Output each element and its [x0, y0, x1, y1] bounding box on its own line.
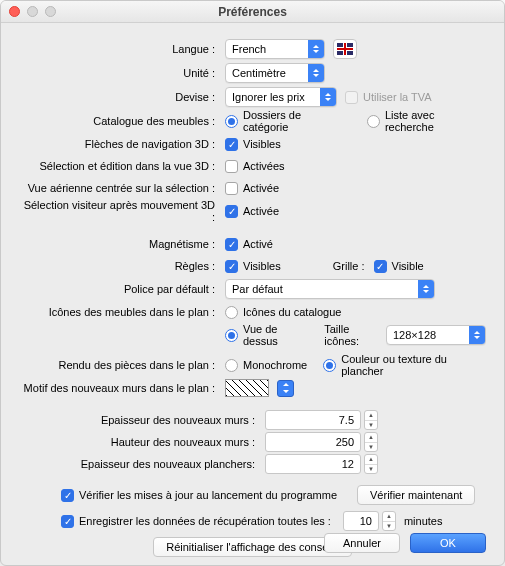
motif-more-button[interactable] — [277, 380, 294, 397]
chevron-updown-icon — [308, 64, 324, 82]
flag-icon — [337, 43, 353, 55]
svg-rect-4 — [344, 43, 346, 55]
locale-flag-button[interactable] — [333, 39, 357, 59]
selvisiteur-checkbox[interactable]: ✓ — [225, 205, 238, 218]
unite-select[interactable]: Centimètre — [225, 63, 325, 83]
selvisiteur-label: Sélection visiteur après mouvement 3D : — [19, 199, 219, 223]
regles-checkbox[interactable]: ✓ — [225, 260, 238, 273]
reset-tips-button[interactable]: Réinitialiser l'affichage des conseils — [153, 537, 352, 557]
catalogue-radio-liste[interactable] — [367, 115, 380, 128]
htmurs-input[interactable] — [265, 432, 361, 452]
seledit3d-label: Sélection et édition dans la vue 3D : — [19, 160, 219, 172]
epmurs-stepper[interactable]: ▲▼ — [364, 410, 378, 430]
iconesplan-radio-dessus[interactable] — [225, 329, 238, 342]
htmurs-label: Hauteur des nouveaux murs : — [19, 436, 259, 448]
recovery-stepper[interactable]: ▲▼ — [382, 511, 396, 531]
vueaerienne-label: Vue aérienne centrée sur la sélection : — [19, 182, 219, 194]
verify-now-button[interactable]: Vérifier maintenant — [357, 485, 475, 505]
grille-checkbox[interactable]: ✓ — [374, 260, 387, 273]
vat-label: Utiliser la TVA — [363, 91, 432, 103]
vueaerienne-checkbox[interactable] — [225, 182, 238, 195]
police-select[interactable]: Par défaut — [225, 279, 435, 299]
magnetisme-checkbox[interactable]: ✓ — [225, 238, 238, 251]
iconesplan-label: Icônes des meubles dans le plan : — [19, 306, 219, 318]
rendupieces-label: Rendu des pièces dans le plan : — [19, 359, 219, 371]
chevron-updown-icon — [418, 280, 434, 298]
epmurs-input[interactable] — [265, 410, 361, 430]
ok-button[interactable]: OK — [410, 533, 486, 553]
devise-select[interactable]: Ignorer les prix — [225, 87, 337, 107]
langue-label: Langue : — [19, 43, 219, 55]
updates-checkbox[interactable]: ✓ — [61, 489, 74, 502]
rendu-radio-couleur[interactable] — [323, 359, 336, 372]
chevron-updown-icon — [469, 326, 485, 344]
cancel-button[interactable]: Annuler — [324, 533, 400, 553]
recovery-minutes-input[interactable] — [343, 511, 379, 531]
chevron-updown-icon — [320, 88, 336, 106]
epplanchers-label: Epaisseur des nouveaux planchers: — [19, 458, 259, 470]
iconesplan-radio-catalogue[interactable] — [225, 306, 238, 319]
epplanchers-input[interactable] — [265, 454, 361, 474]
epplanchers-stepper[interactable]: ▲▼ — [364, 454, 378, 474]
window-title: Préférences — [1, 5, 504, 19]
devise-label: Devise : — [19, 91, 219, 103]
chevron-updown-icon — [308, 40, 324, 58]
recovery-label: Enregistrer les données de récupération … — [79, 515, 331, 527]
regles-label: Règles : — [19, 260, 219, 272]
rendu-radio-mono[interactable] — [225, 359, 238, 372]
htmurs-stepper[interactable]: ▲▼ — [364, 432, 378, 452]
catalogue-radio-dossiers[interactable] — [225, 115, 238, 128]
recovery-checkbox[interactable]: ✓ — [61, 515, 74, 528]
police-label: Police par défault : — [19, 283, 219, 295]
tailleicone-select[interactable]: 128×128 — [386, 325, 486, 345]
seledit3d-checkbox[interactable] — [225, 160, 238, 173]
motifmurs-label: Motif des nouveaux murs dans le plan : — [19, 382, 219, 394]
tailleicone-label: Taille icônes: — [324, 323, 378, 347]
magnetisme-label: Magnétisme : — [19, 238, 219, 250]
nav3d-checkbox[interactable]: ✓ — [225, 138, 238, 151]
motif-swatch[interactable] — [225, 379, 269, 397]
grille-label: Grille : — [333, 260, 365, 272]
recovery-unit: minutes — [404, 515, 443, 527]
nav3d-label: Flèches de navigation 3D : — [19, 138, 219, 150]
unite-label: Unité : — [19, 67, 219, 79]
langue-select[interactable]: French — [225, 39, 325, 59]
catalogue-label: Catalogue des meubles : — [19, 115, 219, 127]
vat-checkbox — [345, 91, 358, 104]
updates-label: Vérifier les mises à jour au lancement d… — [79, 489, 337, 501]
epmurs-label: Epaisseur des nouveaux murs : — [19, 414, 259, 426]
